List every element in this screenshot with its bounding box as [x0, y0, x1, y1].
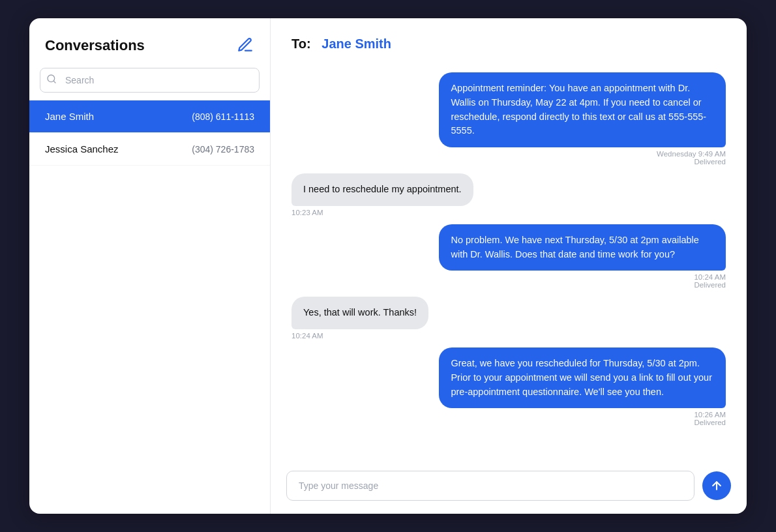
message-row: No problem. We have next Thursday, 5/30 … — [291, 224, 726, 289]
conv-phone: (808) 611-1113 — [192, 111, 254, 122]
message-bubble: Appointment reminder: You have an appoin… — [439, 72, 726, 147]
message-meta: Wednesday 9:49 AM Delivered — [657, 150, 726, 166]
input-area — [271, 460, 747, 514]
conversation-list: Jane Smith (808) 611-1113 Jessica Sanche… — [29, 100, 270, 514]
conv-name: Jessica Sanchez — [45, 143, 119, 155]
message-row: Great, we have you rescheduled for Thurs… — [291, 347, 726, 426]
sidebar: Conversations Jane Smith (808) 611-1113 … — [29, 18, 271, 514]
sidebar-header: Conversations — [29, 18, 270, 68]
message-bubble: I need to reschedule my appointment. — [291, 173, 473, 206]
conv-name: Jane Smith — [45, 111, 94, 122]
message-meta: 10:26 AM Delivered — [694, 411, 726, 426]
send-icon — [710, 479, 723, 492]
sidebar-title: Conversations — [45, 37, 145, 54]
search-input[interactable] — [40, 68, 260, 93]
conversation-item[interactable]: Jane Smith (808) 611-1113 — [29, 100, 270, 133]
search-container — [40, 68, 260, 93]
compose-button[interactable] — [236, 37, 254, 55]
recipient-name: Jane Smith — [321, 37, 391, 51]
conv-phone: (304) 726-1783 — [192, 144, 254, 155]
conversation-item[interactable]: Jessica Sanchez (304) 726-1783 — [29, 133, 270, 166]
to-label: To: — [291, 37, 311, 51]
message-bubble: Great, we have you rescheduled for Thurs… — [439, 347, 726, 408]
message-meta: 10:23 AM — [291, 209, 323, 216]
message-meta: 10:24 AM Delivered — [694, 273, 726, 289]
send-button[interactable] — [702, 471, 731, 500]
message-meta: 10:24 AM — [291, 332, 323, 340]
message-row: Appointment reminder: You have an appoin… — [291, 72, 726, 166]
message-row: Yes, that will work. Thanks!10:24 AM — [291, 297, 726, 340]
message-row: I need to reschedule my appointment.10:2… — [291, 173, 726, 216]
compose-icon — [237, 37, 254, 53]
messages-container: Appointment reminder: You have an appoin… — [271, 62, 747, 460]
message-input[interactable] — [286, 471, 694, 501]
svg-line-1 — [53, 81, 55, 83]
chat-header-recipient: To: Jane Smith — [291, 37, 726, 52]
search-icon — [46, 74, 57, 87]
message-bubble: No problem. We have next Thursday, 5/30 … — [439, 224, 726, 271]
chat-area: To: Jane Smith Appointment reminder: You… — [271, 18, 747, 514]
app-container: Conversations Jane Smith (808) 611-1113 … — [29, 18, 747, 514]
chat-header: To: Jane Smith — [271, 18, 747, 62]
message-bubble: Yes, that will work. Thanks! — [291, 297, 428, 329]
